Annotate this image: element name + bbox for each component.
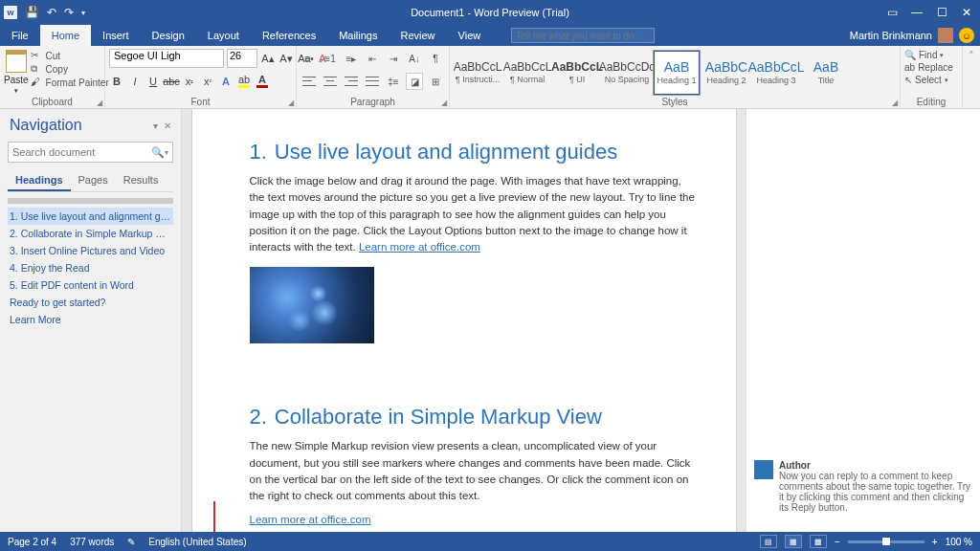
style---ui[interactable]: AaBbCcL¶ UI <box>553 50 601 96</box>
show-marks-button[interactable]: ¶ <box>427 50 444 67</box>
borders-button[interactable]: ⊞ <box>427 73 444 90</box>
zoom-in-button[interactable]: + <box>932 537 938 547</box>
zoom-slider[interactable] <box>848 540 924 543</box>
heading-2[interactable]: 2. Collaborate in Simple Markup View <box>250 401 698 432</box>
multilevel-button[interactable]: ≡▸ <box>343 50 360 67</box>
bold-button[interactable]: B <box>109 73 124 90</box>
tab-references[interactable]: References <box>251 25 327 46</box>
word-count[interactable]: 377 words <box>70 537 114 547</box>
tab-mailings[interactable]: Mailings <box>327 25 389 46</box>
superscript-button[interactable]: x² <box>200 73 215 90</box>
nav-heading-item[interactable]: 4. Enjoy the Read <box>8 259 173 276</box>
zoom-out-button[interactable]: − <box>835 537 840 547</box>
web-layout-button[interactable]: ▩ <box>810 535 827 548</box>
replace-button[interactable]: abReplace <box>904 62 953 73</box>
nav-close-icon[interactable]: ✕ <box>164 121 171 131</box>
sort-button[interactable]: A↓ <box>406 50 423 67</box>
tab-home[interactable]: Home <box>40 25 91 46</box>
feedback-icon[interactable]: ☺ <box>959 28 974 43</box>
chevron-down-icon[interactable]: ▾ <box>165 148 168 157</box>
dialog-launcher-icon[interactable]: ◢ <box>97 99 102 107</box>
nav-dropdown-icon[interactable]: ▾ <box>153 121 158 131</box>
cut-button[interactable]: ✂Cut <box>31 50 109 61</box>
font-size-combo[interactable]: 26 <box>227 49 257 68</box>
collapse-ribbon-button[interactable]: ˄ <box>963 46 980 108</box>
nav-tab-pages[interactable]: Pages <box>71 170 116 191</box>
font-name-combo[interactable]: Segoe UI Ligh <box>109 49 224 68</box>
tab-design[interactable]: Design <box>141 25 196 46</box>
nav-heading-item[interactable]: 1. Use live layout and alignment gui... <box>8 208 173 225</box>
body-paragraph[interactable]: Click the image below and drag it around… <box>250 173 698 255</box>
ribbon-options-icon[interactable]: ▭ <box>882 6 902 19</box>
bullets-button[interactable]: ≡• <box>301 50 318 67</box>
revision-bar[interactable] <box>213 501 215 532</box>
minimize-icon[interactable]: — <box>907 6 926 19</box>
nav-heading-item[interactable]: 3. Insert Online Pictures and Video <box>8 242 173 259</box>
learn-more-link[interactable]: Learn more at office.com <box>250 514 371 525</box>
nav-search[interactable]: 🔍 ▾ <box>8 142 173 163</box>
nav-heading-item[interactable]: 2. Collaborate in Simple Markup View <box>8 225 173 242</box>
dialog-launcher-icon[interactable]: ◢ <box>441 99 447 107</box>
document-page[interactable]: 1. Use live layout and alignment guides … <box>191 109 737 532</box>
document-viewport[interactable]: 1. Use live layout and alignment guides … <box>182 109 980 532</box>
format-painter-button[interactable]: 🖌Format Painter <box>31 77 109 88</box>
shading-button[interactable]: ◪ <box>406 73 423 90</box>
nav-search-input[interactable] <box>12 146 151 158</box>
subscript-button[interactable]: x₂ <box>182 73 197 90</box>
tab-review[interactable]: Review <box>390 25 447 46</box>
nav-heading-item[interactable]: Ready to get started? <box>8 294 173 311</box>
style-heading-1[interactable]: AaBHeading 1 <box>653 50 701 96</box>
user-name[interactable]: Martin Brinkmann <box>850 30 932 41</box>
tab-insert[interactable]: Insert <box>91 25 141 46</box>
grow-font-button[interactable]: A▴ <box>260 50 276 67</box>
print-layout-button[interactable]: ▦ <box>785 535 802 548</box>
shrink-font-button[interactable]: A▾ <box>278 50 294 67</box>
italic-button[interactable]: I <box>127 73 143 90</box>
save-icon[interactable]: 💾 <box>25 6 39 19</box>
page-indicator[interactable]: Page 2 of 4 <box>8 537 56 547</box>
dialog-launcher-icon[interactable]: ◢ <box>892 99 898 107</box>
style---instructi---[interactable]: AaBbCcL¶ Instructi... <box>454 50 501 96</box>
numbering-button[interactable]: ≡1 <box>322 50 339 67</box>
strikethrough-button[interactable]: abc <box>164 73 179 90</box>
nav-tab-results[interactable]: Results <box>116 170 167 191</box>
style---normal[interactable]: AaBbCcL¶ Normal <box>503 50 551 96</box>
dialog-launcher-icon[interactable]: ◢ <box>288 99 294 107</box>
language-indicator[interactable]: English (United States) <box>148 537 246 547</box>
maximize-icon[interactable]: ☐ <box>932 6 951 19</box>
nav-heading-item[interactable]: Learn More <box>8 311 173 328</box>
style-heading-3[interactable]: AaBbCcLHeading 3 <box>752 50 800 96</box>
increase-indent-button[interactable]: ⇥ <box>385 50 402 67</box>
decrease-indent-button[interactable]: ⇤ <box>364 50 381 67</box>
align-center-button[interactable] <box>322 73 339 90</box>
nav-heading-item[interactable]: 5. Edit PDF content in Word <box>8 276 173 294</box>
nav-tab-headings[interactable]: Headings <box>8 170 71 191</box>
inline-image[interactable] <box>250 267 374 343</box>
highlight-button[interactable]: ab <box>236 73 252 90</box>
heading-1[interactable]: 1. Use live layout and alignment guides <box>250 136 698 167</box>
user-avatar[interactable] <box>938 28 953 43</box>
line-spacing-button[interactable]: ‡≡ <box>385 73 402 90</box>
search-icon[interactable]: 🔍 <box>151 146 165 159</box>
learn-more-link[interactable]: Learn more at office.com <box>359 241 480 253</box>
redo-icon[interactable]: ↷ <box>64 6 74 19</box>
tell-me-input[interactable] <box>511 28 655 43</box>
style-heading-2[interactable]: AaBbCHeading 2 <box>702 50 750 96</box>
select-button[interactable]: ↖Select▾ <box>904 75 948 85</box>
tab-view[interactable]: View <box>447 25 493 46</box>
close-icon[interactable]: ✕ <box>957 6 976 19</box>
read-mode-button[interactable]: ▤ <box>760 535 777 548</box>
style-no-spacing[interactable]: AaBbCcDcNo Spacing <box>603 50 651 96</box>
text-effects-button[interactable]: A <box>218 73 234 90</box>
align-left-button[interactable] <box>301 73 318 90</box>
justify-button[interactable] <box>364 73 381 90</box>
tab-file[interactable]: File <box>0 25 40 46</box>
copy-button[interactable]: ⧉Copy <box>31 63 109 75</box>
paste-button[interactable]: Paste ▾ <box>4 48 29 95</box>
font-color-button[interactable]: A <box>255 73 270 90</box>
undo-icon[interactable]: ↶ <box>47 6 56 19</box>
underline-button[interactable]: U <box>145 73 161 90</box>
qat-customize-icon[interactable]: ▾ <box>81 9 85 17</box>
find-button[interactable]: 🔍Find▾ <box>904 50 944 60</box>
proofing-icon[interactable]: ✎ <box>127 537 135 547</box>
